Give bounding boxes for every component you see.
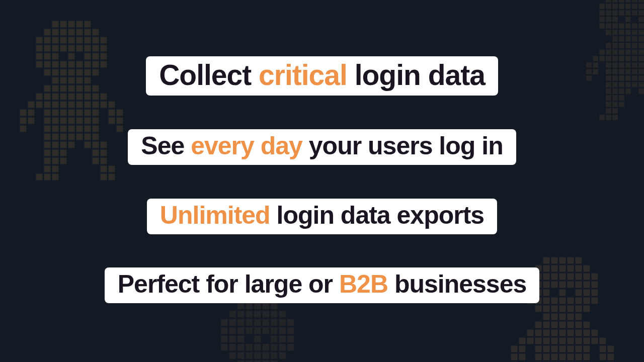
feature-list: Collect critical login data See every da… (0, 0, 644, 362)
highlight: B2B (339, 270, 388, 298)
feature-line-3: Unlimited login data exports (147, 199, 497, 234)
text: businesses (388, 270, 526, 298)
text: login data exports (270, 201, 485, 229)
highlight: critical (259, 59, 347, 91)
highlight: every day (191, 132, 302, 160)
text: Collect (159, 59, 259, 91)
text: Perfect for large or (118, 270, 339, 298)
text: See (141, 132, 191, 160)
feature-line-2: See every day your users log in (128, 129, 516, 165)
feature-line-1: Collect critical login data (146, 56, 498, 96)
highlight: Unlimited (160, 201, 270, 229)
feature-line-4: Perfect for large or B2B businesses (105, 267, 540, 303)
text: your users log in (302, 132, 503, 160)
text: login data (347, 59, 485, 91)
